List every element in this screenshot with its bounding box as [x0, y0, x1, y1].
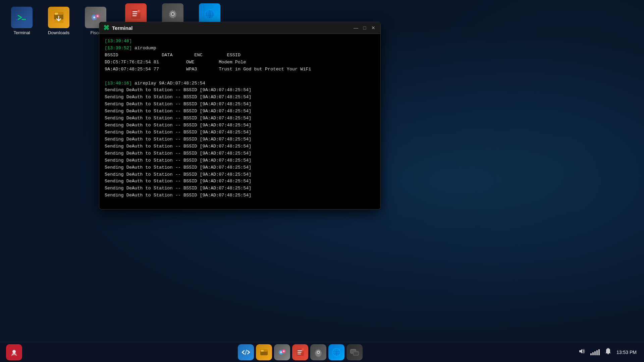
deauth-9: Sending DeAuth to Station -- BSSID [9A:A… — [105, 143, 375, 150]
deauth-14: Sending DeAuth to Station -- BSSID [9A:A… — [105, 178, 375, 185]
deauth-13: Sending DeAuth to Station -- BSSID [9A:A… — [105, 171, 375, 178]
signal-bar-1 — [590, 353, 592, 355]
deauth-2: Sending DeAuth to Station -- BSSID [9A:A… — [105, 94, 375, 101]
svg-point-22 — [12, 350, 16, 353]
terminal-line-blank — [105, 73, 375, 80]
system-clock: 13:53 PM — [616, 350, 637, 355]
terminal-window: ⌘ Terminal — □ ✕ [13:39:48] [13:39:52] a… — [99, 22, 381, 209]
svg-rect-26 — [261, 350, 264, 352]
maximize-button[interactable]: □ — [362, 25, 368, 31]
terminal-body[interactable]: [13:39:48] [13:39:52] airodump BSSID DAT… — [99, 34, 380, 209]
deauth-4: Sending DeAuth to Station -- BSSID [9A:A… — [105, 108, 375, 115]
deauth-11: Sending DeAuth to Station -- BSSID [9A:A… — [105, 157, 375, 164]
svg-point-8 — [93, 16, 95, 18]
taskbar-center — [22, 344, 578, 360]
terminal-line-header: BSSID DATA ENC ESSID — [105, 52, 375, 59]
svg-point-32 — [302, 348, 304, 351]
terminal-icon — [11, 7, 33, 28]
terminal-line-cmd2: [13:40:16] aireplay 9A:AD:07:48:25:54 — [105, 80, 375, 87]
terminal-title-icon: ⌘ — [103, 24, 109, 32]
taskbar: 13:53 PM — [0, 342, 644, 362]
svg-point-30 — [283, 350, 285, 352]
deauth-5: Sending DeAuth to Station -- BSSID [9A:A… — [105, 115, 375, 122]
desktop-icons-area: Terminal Downloads Fisco — [3, 3, 114, 39]
terminal-icon-label: Terminal — [13, 30, 30, 35]
svg-text:!: ! — [138, 10, 139, 13]
deauth-12: Sending DeAuth to Station -- BSSID [9A:A… — [105, 164, 375, 171]
deauth-1: Sending DeAuth to Station -- BSSID [9A:A… — [105, 87, 375, 94]
desktop-icon-downloads[interactable]: Downloads — [44, 7, 74, 35]
taskbar-code-button[interactable] — [238, 344, 254, 360]
desktop-icon-terminal[interactable]: Terminal — [7, 7, 37, 35]
minimize-button[interactable]: — — [353, 25, 359, 31]
taskbar-right: 13:53 PM — [578, 348, 641, 357]
svg-point-15 — [172, 13, 174, 15]
terminal-title-text: Terminal — [112, 25, 132, 31]
podcast-button[interactable] — [6, 344, 22, 360]
taskbar-sticky-button[interactable] — [292, 344, 308, 360]
svg-marker-45 — [579, 349, 582, 354]
svg-rect-43 — [351, 349, 356, 350]
downloads-icon — [48, 7, 69, 28]
taskbar-files-button[interactable] — [256, 344, 272, 360]
terminal-titlebar: ⌘ Terminal — □ ✕ — [99, 22, 380, 34]
signal-bar-5 — [598, 349, 600, 355]
svg-point-9 — [97, 15, 99, 17]
deauth-10: Sending DeAuth to Station -- BSSID [9A:A… — [105, 150, 375, 157]
taskbar-left — [3, 344, 22, 360]
deauth-8: Sending DeAuth to Station -- BSSID [9A:A… — [105, 136, 375, 143]
signal-bar-3 — [594, 351, 596, 355]
svg-rect-44 — [353, 351, 359, 352]
close-button[interactable]: ✕ — [370, 25, 376, 31]
deauth-15: Sending DeAuth to Station -- BSSID [9A:A… — [105, 185, 375, 192]
deauth-7: Sending DeAuth to Station -- BSSID [9A:A… — [105, 129, 375, 136]
deauth-16: Sending DeAuth to Station -- BSSID [9A:A… — [105, 192, 375, 199]
svg-line-23 — [245, 350, 247, 355]
notifications-button[interactable] — [604, 348, 612, 357]
deauth-6: Sending DeAuth to Station -- BSSID [9A:A… — [105, 122, 375, 129]
signal-bar-2 — [592, 352, 594, 355]
svg-point-35 — [318, 352, 319, 353]
terminal-line-bssid1: DD:C5:7F:76:E2:54 81 OWE Modem Pole — [105, 59, 375, 66]
deauth-3: Sending DeAuth to Station -- BSSID [9A:A… — [105, 101, 375, 108]
terminal-line-1: [13:39:48] — [105, 38, 375, 45]
titlebar-controls: — □ ✕ — [353, 25, 376, 31]
terminal-line-2: [13:39:52] airodump — [105, 45, 375, 52]
taskbar-multiwindow-button[interactable] — [346, 344, 363, 360]
taskbar-settings-button[interactable] — [310, 344, 326, 360]
terminal-line-bssid2: 9A:AD:07:48:25:54 77 WPA3 Trust in God b… — [105, 66, 375, 73]
taskbar-browser-button[interactable] — [328, 344, 344, 360]
volume-button[interactable] — [578, 348, 586, 357]
taskbar-chat-button[interactable] — [274, 344, 290, 360]
downloads-icon-label: Downloads — [48, 30, 69, 35]
terminal-title-area: ⌘ Terminal — [103, 24, 132, 32]
signal-bar-4 — [596, 350, 598, 355]
signal-indicator — [590, 349, 600, 355]
svg-rect-3 — [55, 13, 58, 15]
svg-point-29 — [280, 351, 282, 353]
svg-point-46 — [608, 348, 609, 349]
